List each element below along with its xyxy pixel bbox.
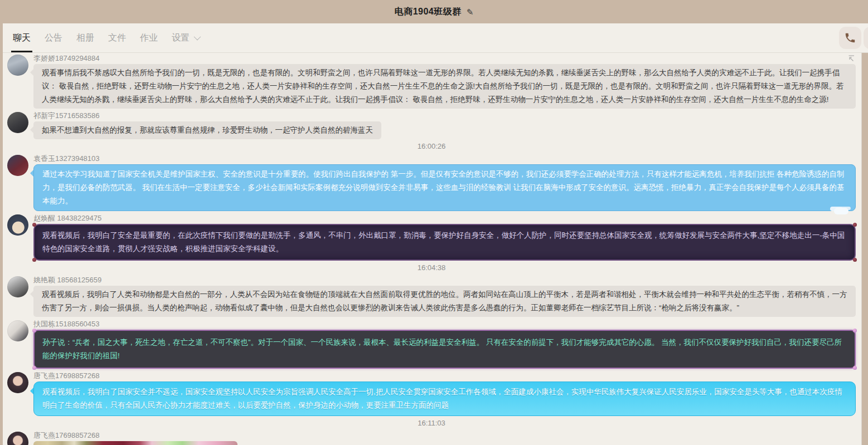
message-body: 唐飞燕17698857268观看视频后，我明白了国家安全并不遥远，国家安全观坚持… <box>33 371 856 416</box>
message-bubble: 孙子说：“兵者，国之大事，死生之地，存亡之道，不可不察也”。对于一个国家、一个民… <box>33 330 856 369</box>
bubble-corner-ornament <box>853 258 857 262</box>
message: 唐飞燕17698857268观看视频后，我明白了国家安全并不遥远，国家安全观坚持… <box>7 371 856 416</box>
timestamp: 16:04:38 <box>7 263 856 272</box>
window-titlebar: 电商1904班级群 ✎ <box>0 0 868 23</box>
tab-files[interactable]: 文件 <box>108 23 127 52</box>
timestamp: 16:11:03 <box>7 419 856 427</box>
sender-name: 袁香玉13273948103 <box>33 154 856 163</box>
page-edge-strip <box>862 53 868 445</box>
chat-region: 李娇娇18749294884观看事情后我不禁感叹大自然所给予我们的一切，既是无限… <box>3 53 868 445</box>
message-body: 唐飞燕17698857268 <box>33 431 856 445</box>
tab-bar: 聊天 公告 相册 文件 作业 设置 <box>3 23 868 53</box>
message-body: 袁香玉13273948103通过本次学习我知道了国家安全机关是维护国家主权、安全… <box>33 154 856 211</box>
message-body: 扶国栋15188560453孙子说：“兵者，国之大事，死生之地，存亡之道，不可不… <box>33 320 856 369</box>
bubble-corner-ornament <box>32 366 36 370</box>
bubble-corner-ornament <box>32 223 36 227</box>
sender-name: 祁新宇15716583586 <box>33 111 856 120</box>
tab-homework[interactable]: 作业 <box>139 23 158 52</box>
message: 祁新宇15716583586如果不想遭到大自然的报复，那就应该尊重自然规律，珍爱… <box>7 111 856 139</box>
bubble-corner-ornament <box>853 329 857 332</box>
message-body: 李娇娇18749294884观看事情后我不禁感叹大自然所给予我们的一切，既是无限… <box>33 54 856 109</box>
bubble-corner-ornament <box>32 258 36 262</box>
image-attachment[interactable] <box>33 441 237 445</box>
avatar[interactable] <box>7 155 28 176</box>
sender-name: 姚艳颖 18568125659 <box>33 276 856 284</box>
tab-chat-label: 聊天 <box>13 32 31 44</box>
message-bubble: 如果不想遭到大自然的报复，那就应该尊重自然规律，珍爱野生动物，一起守护人类自然的… <box>33 121 381 139</box>
message-body: 姚艳颖 18568125659观看视频后，我明白了人类和动物都是大自然的一部分，… <box>33 276 856 317</box>
message-bubble: 通过本次学习我知道了国家安全机关是维护国家主权、安全的意识是十分重要的。使我们跨… <box>33 164 856 211</box>
message: 唐飞燕17698857268 <box>7 431 856 445</box>
message-bubble: 观看视频后，我明白了安全是最重要的，在此次疫情下我们要做的是勤洗手，多通风，不串… <box>33 224 856 261</box>
tab-settings-label: 设置 <box>172 32 190 44</box>
avatar[interactable] <box>7 372 28 393</box>
sender-name: 李娇娇18749294884 <box>33 54 856 62</box>
message-body: 祁新宇15716583586如果不想遭到大自然的报复，那就应该尊重自然规律，珍爱… <box>33 111 856 139</box>
group-title: 电商1904班级群 <box>395 6 462 18</box>
avatar[interactable] <box>7 432 28 445</box>
avatar[interactable] <box>7 320 28 341</box>
message: 赵焕醒 18438229475观看视频后，我明白了安全是最重要的，在此次疫情下我… <box>7 214 856 261</box>
app-panel: 聊天 公告 相册 文件 作业 设置 李娇娇18749294884观看事情后我不禁… <box>3 23 868 445</box>
phone-call-button[interactable] <box>839 27 861 49</box>
message: 姚艳颖 18568125659观看视频后，我明白了人类和动物都是大自然的一部分，… <box>7 276 856 317</box>
bubble-corner-ornament <box>853 223 857 227</box>
tab-announcement[interactable]: 公告 <box>44 23 63 52</box>
avatar[interactable] <box>7 55 28 76</box>
phone-icon <box>844 32 856 44</box>
cloud-ornament <box>834 208 848 214</box>
tab-chat[interactable]: 聊天 <box>12 23 31 52</box>
sender-name: 唐飞燕17698857268 <box>33 431 856 439</box>
tab-files-label: 文件 <box>108 32 126 44</box>
chevron-down-icon <box>194 33 201 40</box>
message-list[interactable]: 李娇娇18749294884观看事情后我不禁感叹大自然所给予我们的一切，既是无限… <box>3 53 862 445</box>
sender-name: 唐飞燕17698857268 <box>33 371 856 380</box>
partial-edge-icon-button[interactable] <box>864 27 868 49</box>
bubble-corner-ornament <box>32 329 36 332</box>
message-bubble: 观看视频后，我明白了人类和动物都是大自然的一部分，人类从不会因为站在食物链的顶端… <box>33 286 856 317</box>
avatar[interactable] <box>7 112 28 133</box>
tab-homework-label: 作业 <box>140 32 158 44</box>
bubble-corner-ornament <box>853 366 857 370</box>
avatar[interactable] <box>7 276 28 297</box>
collapse-chat-icon[interactable] <box>847 54 856 65</box>
sender-name: 扶国栋15188560453 <box>33 320 856 328</box>
tab-album[interactable]: 相册 <box>76 23 95 52</box>
tab-album-label: 相册 <box>76 32 94 44</box>
message: 扶国栋15188560453孙子说：“兵者，国之大事，死生之地，存亡之道，不可不… <box>7 320 856 369</box>
message: 袁香玉13273948103通过本次学习我知道了国家安全机关是维护国家主权、安全… <box>7 154 856 211</box>
tab-settings[interactable]: 设置 <box>171 23 200 52</box>
edit-title-icon[interactable]: ✎ <box>467 8 474 16</box>
sender-name: 赵焕醒 18438229475 <box>33 214 856 222</box>
avatar[interactable] <box>7 214 28 236</box>
message-body: 赵焕醒 18438229475观看视频后，我明白了安全是最重要的，在此次疫情下我… <box>33 214 856 261</box>
message-bubble: 观看事情后我不禁感叹大自然所给予我们的一切，既是无限的，也是有限的。文明和野蛮之… <box>33 64 856 109</box>
tab-announcement-label: 公告 <box>45 32 62 44</box>
timestamp: 16:00:26 <box>7 142 856 150</box>
message-bubble: 观看视频后，我明白了国家安全并不遥远，国家安全观坚持以人民安全为宗旨强调人民安全… <box>33 382 856 416</box>
message: 李娇娇18749294884观看事情后我不禁感叹大自然所给予我们的一切，既是无限… <box>7 54 856 109</box>
